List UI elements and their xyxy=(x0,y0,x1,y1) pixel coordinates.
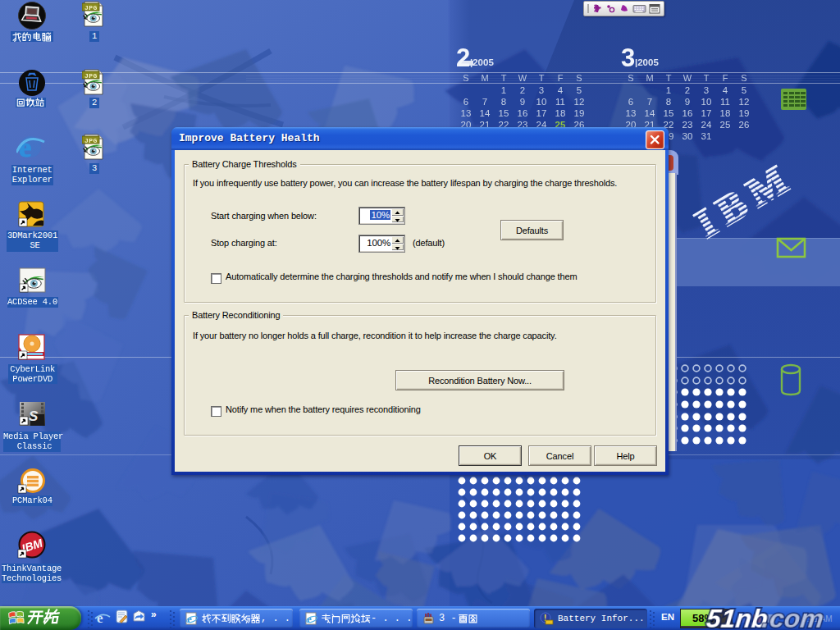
svg-text:14: 14 xyxy=(645,108,655,118)
svg-text:S: S xyxy=(576,73,582,83)
svg-text:1: 1 xyxy=(501,85,506,95)
svg-text:M: M xyxy=(646,73,653,83)
svg-text:S: S xyxy=(463,73,468,83)
svg-text:19: 19 xyxy=(574,108,585,118)
svg-text:|2005: |2005 xyxy=(635,57,659,67)
svg-text:6: 6 xyxy=(628,97,633,107)
svg-text:18: 18 xyxy=(555,108,566,118)
svg-text:24: 24 xyxy=(701,120,712,130)
svg-text:23: 23 xyxy=(682,120,693,130)
svg-text:30: 30 xyxy=(682,131,693,141)
svg-text:15: 15 xyxy=(499,108,509,118)
svg-text:13: 13 xyxy=(461,108,472,118)
svg-text:5: 5 xyxy=(577,85,582,95)
svg-text:8: 8 xyxy=(666,97,671,107)
svg-text:13: 13 xyxy=(626,108,637,118)
svg-text:JPG: JPG xyxy=(84,4,98,11)
svg-text:T: T xyxy=(501,73,507,83)
svg-text:11: 11 xyxy=(720,97,730,107)
svg-text:7: 7 xyxy=(482,97,487,107)
svg-text:5: 5 xyxy=(742,85,746,95)
svg-text:W: W xyxy=(518,73,527,83)
svg-text:8: 8 xyxy=(501,97,506,107)
svg-text:10: 10 xyxy=(536,97,547,107)
svg-text:31: 31 xyxy=(701,131,712,141)
svg-text:25: 25 xyxy=(720,120,731,130)
svg-text:e: e xyxy=(97,610,103,626)
svg-text:|2005: |2005 xyxy=(470,57,494,67)
svg-text:4: 4 xyxy=(723,85,728,95)
svg-text:»: » xyxy=(151,609,157,620)
svg-text:11: 11 xyxy=(555,97,565,107)
svg-text:16: 16 xyxy=(682,108,693,118)
svg-text:18: 18 xyxy=(720,108,731,118)
svg-text:T: T xyxy=(539,73,545,83)
svg-text:F: F xyxy=(558,73,564,83)
svg-text:2: 2 xyxy=(520,85,525,95)
svg-text:7: 7 xyxy=(647,97,652,107)
svg-text:15: 15 xyxy=(664,108,674,118)
svg-text:M: M xyxy=(481,73,488,83)
svg-text:17: 17 xyxy=(536,108,547,118)
svg-text:S: S xyxy=(29,409,39,424)
svg-text:14: 14 xyxy=(480,108,491,118)
svg-text:9: 9 xyxy=(520,97,525,107)
svg-text:4: 4 xyxy=(558,85,564,95)
svg-text:W: W xyxy=(683,73,692,83)
svg-text:2: 2 xyxy=(456,43,470,72)
svg-text:T: T xyxy=(704,73,710,83)
svg-text:10: 10 xyxy=(701,97,712,107)
svg-text:6: 6 xyxy=(463,97,468,107)
svg-text:19: 19 xyxy=(739,108,750,118)
svg-text:17: 17 xyxy=(701,108,712,118)
svg-text:1: 1 xyxy=(666,85,671,95)
svg-text:.com: .com xyxy=(760,605,824,630)
svg-text:T: T xyxy=(666,73,672,83)
svg-text:F: F xyxy=(723,73,728,83)
svg-text:2: 2 xyxy=(685,85,690,95)
svg-text:S: S xyxy=(741,73,746,83)
svg-text:26: 26 xyxy=(739,120,750,130)
svg-text:51nb: 51nb xyxy=(705,605,769,630)
svg-text:JPG: JPG xyxy=(84,72,98,80)
svg-text:JPG: JPG xyxy=(84,137,98,144)
svg-text:9: 9 xyxy=(685,97,690,107)
svg-text:3: 3 xyxy=(621,43,635,72)
svg-text:S: S xyxy=(628,73,633,83)
svg-text:3: 3 xyxy=(704,85,709,95)
svg-text:12: 12 xyxy=(739,97,750,107)
svg-text:e: e xyxy=(19,133,31,162)
svg-text:16: 16 xyxy=(518,108,528,118)
svg-text:12: 12 xyxy=(574,97,585,107)
svg-text:3: 3 xyxy=(539,85,544,95)
